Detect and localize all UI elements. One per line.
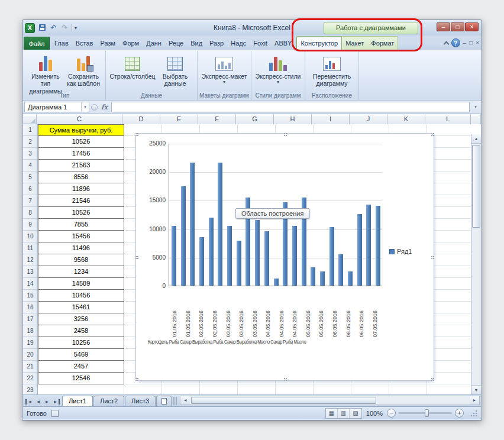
minimize-button[interactable]: –	[437, 22, 450, 31]
chart-bar[interactable]	[237, 241, 241, 286]
workbook-close-icon[interactable]: ×	[476, 38, 479, 47]
change-chart-type-button[interactable]: Изменить тип диаграммы	[27, 53, 64, 95]
cell-C21[interactable]: 2457	[38, 361, 124, 373]
row-header-12[interactable]: 12	[23, 254, 37, 266]
chart-bar[interactable]	[227, 226, 232, 286]
chart-legend[interactable]: Ряд1	[389, 248, 412, 255]
tab-Макет[interactable]: Макет	[342, 37, 367, 50]
row-header-11[interactable]: 11	[23, 242, 37, 254]
cell-C18[interactable]: 2458	[38, 325, 124, 337]
excel-app-icon[interactable]: X	[25, 23, 35, 33]
move-chart-button[interactable]: Переместить диаграмму	[308, 53, 356, 88]
row-header-4[interactable]: 4	[23, 160, 37, 172]
cell-C1[interactable]: Сумма выручки, руб.	[38, 124, 124, 136]
chart-bar[interactable]	[274, 279, 279, 286]
cell-C2[interactable]: 10526	[38, 136, 124, 148]
qat-customize-icon[interactable]: ▾	[75, 25, 77, 31]
zoom-in-button[interactable]: +	[455, 409, 464, 418]
tab-Разр[interactable]: Разр	[206, 37, 227, 50]
undo-button[interactable]: ↶	[49, 23, 58, 33]
selection-handle[interactable]	[135, 378, 137, 379]
selection-handle[interactable]	[284, 133, 285, 134]
redo-button[interactable]: ↷	[60, 23, 69, 33]
chart-bar[interactable]	[264, 231, 269, 286]
selection-handle[interactable]	[135, 133, 137, 134]
tab-Данн[interactable]: Данн	[143, 37, 165, 50]
cell-C12[interactable]: 9568	[38, 254, 124, 266]
chart-bar[interactable]	[172, 226, 176, 286]
selection-handle[interactable]	[431, 378, 432, 379]
row-header-21[interactable]: 21	[23, 361, 37, 373]
scroll-right-icon[interactable]: ►	[470, 396, 479, 405]
row-header-18[interactable]: 18	[23, 325, 37, 337]
select-all-corner[interactable]	[23, 114, 37, 124]
chart-bar[interactable]	[209, 218, 214, 286]
tab-Формат[interactable]: Формат	[367, 37, 398, 50]
row-header-13[interactable]: 13	[23, 266, 37, 278]
scroll-up-icon[interactable]: ▲	[471, 134, 481, 144]
cell-C10[interactable]: 15456	[38, 231, 124, 242]
tab-ABBY[interactable]: ABBY	[271, 37, 295, 50]
restore-button[interactable]: □	[451, 22, 464, 31]
cell-C4[interactable]: 21563	[38, 160, 124, 172]
macro-record-icon[interactable]	[51, 410, 59, 417]
cell-C22[interactable]: 12546	[38, 373, 124, 384]
cell-C17[interactable]: 3256	[38, 313, 124, 325]
prev-sheet-icon[interactable]: ◄	[34, 399, 42, 405]
last-sheet-icon[interactable]: ►	[52, 399, 60, 405]
cell-C15[interactable]: 10456	[38, 290, 124, 302]
column-header-K[interactable]: K	[387, 114, 425, 124]
tab-Реце[interactable]: Реце	[165, 37, 187, 50]
save-button[interactable]	[38, 23, 47, 33]
cell-C7[interactable]: 21546	[38, 195, 124, 207]
insert-sheet-tab[interactable]	[156, 396, 172, 406]
insert-function-button[interactable]: fx	[99, 103, 109, 111]
chart-bar[interactable]	[329, 227, 334, 286]
chart-bar[interactable]	[357, 214, 362, 286]
selection-handle[interactable]	[284, 378, 285, 379]
next-sheet-icon[interactable]: ►	[43, 399, 51, 405]
row-header-17[interactable]: 17	[23, 313, 37, 325]
chart-bar[interactable]	[292, 226, 297, 286]
quick-styles-button[interactable]: Экспресс-стили ▾	[254, 53, 302, 85]
scroll-left-icon[interactable]: ◄	[180, 396, 190, 405]
row-header-1[interactable]: 1	[23, 124, 37, 136]
close-button[interactable]: ×	[465, 22, 479, 31]
column-header-D[interactable]: D	[122, 114, 160, 124]
name-box-dropdown-icon[interactable]: ▾	[81, 102, 89, 112]
chart-bar[interactable]	[190, 163, 195, 286]
cell-C9[interactable]: 7855	[38, 219, 124, 231]
tab-Разм[interactable]: Разм	[96, 37, 119, 50]
zoom-track[interactable]	[399, 412, 452, 414]
column-header-I[interactable]: I	[312, 114, 350, 124]
column-header-J[interactable]: J	[350, 114, 387, 124]
row-header-8[interactable]: 8	[23, 207, 37, 219]
tab-Надс[interactable]: Надс	[227, 37, 250, 50]
tab-file[interactable]: Файл	[24, 37, 50, 50]
row-header-19[interactable]: 19	[23, 337, 37, 349]
view-button-3[interactable]: ▨	[350, 409, 361, 418]
sheet-tab-Лист2[interactable]: Лист2	[93, 396, 124, 406]
column-header-C[interactable]: C	[37, 114, 122, 124]
chart-bar[interactable]	[311, 267, 315, 286]
collapse-ribbon-icon[interactable]	[443, 41, 449, 47]
selection-handle[interactable]	[431, 256, 432, 257]
chart-bar[interactable]	[320, 271, 325, 286]
column-header-H[interactable]: H	[274, 114, 312, 124]
horizontal-scroll-thumb[interactable]	[191, 397, 376, 404]
chart-bar[interactable]	[338, 254, 343, 286]
row-header-3[interactable]: 3	[23, 148, 37, 160]
row-header-10[interactable]: 10	[23, 231, 37, 242]
tab-Foxit[interactable]: Foxit	[250, 37, 271, 50]
cell-C5[interactable]: 8556	[38, 172, 124, 183]
row-header-7[interactable]: 7	[23, 195, 37, 207]
row-header-16[interactable]: 16	[23, 302, 37, 313]
cells-area[interactable]: Сумма выручки, руб.105261745621563855611…	[38, 124, 471, 394]
chart-bar[interactable]	[218, 163, 222, 286]
sheet-tab-Лист1[interactable]: Лист1	[62, 396, 93, 406]
chart-bar[interactable]	[181, 186, 186, 286]
formula-input[interactable]	[111, 102, 470, 112]
cell-C20[interactable]: 5469	[38, 349, 124, 361]
cell-C16[interactable]: 15461	[38, 302, 124, 313]
chart-object[interactable]: Картофель Рыба Сахар Выработка Рыба Саха…	[135, 133, 434, 381]
